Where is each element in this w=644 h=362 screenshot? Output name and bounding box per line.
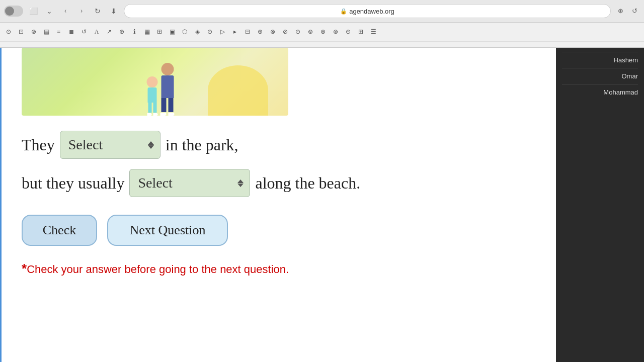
- back-icon[interactable]: ‹: [59, 5, 71, 17]
- bookmark-4[interactable]: ▤: [41, 27, 52, 38]
- adult-head: [161, 63, 174, 75]
- url-text: agendaweb.org: [349, 8, 394, 15]
- bookmark-21[interactable]: ⊕: [255, 27, 266, 38]
- bookmark-27[interactable]: ⊜: [330, 27, 341, 38]
- note-text: *Check your answer before going to the n…: [22, 261, 536, 277]
- child-body: [148, 87, 157, 103]
- bookmark-16[interactable]: ◈: [192, 27, 203, 38]
- bookmark-30[interactable]: ☰: [368, 27, 379, 38]
- refresh-icon[interactable]: ↻: [92, 5, 104, 17]
- browser-toggle[interactable]: [4, 6, 23, 17]
- child-foot-right: [153, 113, 157, 116]
- bookmark-14[interactable]: ▣: [167, 27, 178, 38]
- bookmark-5[interactable]: ≡: [53, 27, 64, 38]
- sentence-line-1: They Select in the park,: [22, 131, 536, 159]
- adult-foot-right: [169, 113, 175, 116]
- bookmark-12[interactable]: ▦: [141, 27, 152, 38]
- child-figure: [147, 76, 158, 116]
- adult-foot-left: [160, 113, 167, 116]
- bookmark-11[interactable]: ℹ: [129, 27, 140, 38]
- sentence-line-2: but they usually Select along the beach.: [22, 169, 536, 197]
- adult-leg-left: [162, 98, 167, 112]
- note-content: Check your answer before going to the ne…: [27, 263, 289, 276]
- select-arrow-2: [237, 179, 244, 187]
- illustration: [22, 48, 288, 116]
- sentence1-before: They: [22, 133, 55, 157]
- toggle-circle: [5, 7, 14, 16]
- browser-toolbar: ⬜ ⌄ ‹ › ↻ ⬇ 🔒 agendaweb.org ⊕ ↺: [0, 0, 644, 23]
- adult-leg-right: [169, 98, 174, 112]
- bookmark-3[interactable]: ⊚: [28, 27, 39, 38]
- forward-icon[interactable]: ›: [75, 5, 88, 17]
- bookmark-23[interactable]: ⊘: [280, 27, 291, 38]
- adult-body: [161, 75, 174, 98]
- bookmark-18[interactable]: ▷: [217, 27, 228, 38]
- check-button[interactable]: Check: [22, 215, 97, 246]
- asterisk-icon: *: [22, 261, 27, 276]
- bookmark-17[interactable]: ⊙: [204, 27, 215, 38]
- translate-icon[interactable]: ⊕: [615, 6, 626, 17]
- user-omar: Omar: [562, 68, 638, 84]
- bookmark-26[interactable]: ⊛: [317, 27, 329, 38]
- child-foot-left: [147, 113, 151, 116]
- bookmark-20[interactable]: ⊟: [242, 27, 253, 38]
- bookmark-28[interactable]: ⊝: [343, 27, 354, 38]
- sentence2-before: but they usually: [22, 171, 124, 195]
- buttons-row: Check Next Question: [22, 215, 536, 246]
- arrow-down-icon: [148, 145, 154, 149]
- adult-legs: [162, 98, 174, 112]
- figures: [147, 63, 175, 116]
- select-dropdown-1[interactable]: Select: [60, 131, 160, 159]
- chevron-down-icon[interactable]: ⌄: [43, 5, 55, 17]
- child-head: [147, 76, 158, 87]
- address-bar[interactable]: 🔒 agendaweb.org: [124, 4, 611, 18]
- child-feet: [147, 113, 157, 116]
- select-label-2: Select: [138, 172, 172, 194]
- bookmark-24[interactable]: ⊙: [292, 27, 303, 38]
- browser-action-icons: ⊕ ↺: [615, 6, 640, 17]
- reload-icon[interactable]: ↺: [629, 6, 640, 17]
- bookmark-19[interactable]: ▸: [229, 27, 240, 38]
- window-icon[interactable]: ⬜: [27, 5, 39, 17]
- child-leg-left: [148, 103, 151, 113]
- child-legs: [148, 103, 156, 113]
- next-question-button[interactable]: Next Question: [107, 215, 228, 246]
- user-hashem: Hashem: [562, 52, 638, 68]
- sentence1-after: in the park,: [166, 133, 238, 157]
- bookmark-8[interactable]: A: [91, 27, 102, 38]
- download-icon[interactable]: ⬇: [108, 5, 120, 17]
- bookmark-7[interactable]: ↺: [78, 27, 90, 38]
- adult-feet: [160, 113, 175, 116]
- bookmark-22[interactable]: ⊗: [267, 27, 278, 38]
- bookmark-10[interactable]: ⊕: [116, 27, 127, 38]
- select-dropdown-2[interactable]: Select: [129, 169, 250, 197]
- bookmarks-bar: ⊙ ⊡ ⊚ ▤ ≡ ≣ ↺ A ↗ ⊕ ℹ ▦ ⊞ ▣ ⬡ ◈ ⊙ ▷ ▸ ⊟ …: [0, 23, 644, 42]
- bookmark-13[interactable]: ⊞: [154, 27, 165, 38]
- bookmark-2[interactable]: ⊡: [16, 27, 27, 38]
- arrow-up-icon: [148, 141, 154, 145]
- arrow-down-icon-2: [237, 184, 244, 187]
- arrow-up-icon-2: [237, 179, 244, 183]
- user-mohammad: Mohammad: [562, 84, 638, 100]
- bookmark-25[interactable]: ⊚: [305, 27, 316, 38]
- select-label-1: Select: [68, 134, 103, 155]
- select-arrow-1: [148, 141, 154, 149]
- bookmark-1[interactable]: ⊙: [3, 27, 14, 38]
- main-content: They Select in the park, but they usuall…: [0, 48, 556, 362]
- quiz-content: They Select in the park, but they usuall…: [22, 131, 536, 277]
- right-panel: Laith Rawan Bana alaqtash Hashem Omar Mo…: [556, 0, 644, 362]
- image-container: [22, 48, 536, 116]
- bookmark-9[interactable]: ↗: [104, 27, 115, 38]
- sentence2-after: along the beach.: [255, 171, 360, 195]
- child-leg-right: [153, 103, 156, 113]
- bookmark-15[interactable]: ⬡: [179, 27, 190, 38]
- adult-figure: [160, 63, 175, 116]
- lock-icon: 🔒: [340, 8, 347, 15]
- bookmark-6[interactable]: ≣: [66, 27, 77, 38]
- browser-chrome: ⬜ ⌄ ‹ › ↻ ⬇ 🔒 agendaweb.org ⊕ ↺ ⊙ ⊡ ⊚ ▤ …: [0, 0, 644, 48]
- bookmark-29[interactable]: ⊞: [355, 27, 366, 38]
